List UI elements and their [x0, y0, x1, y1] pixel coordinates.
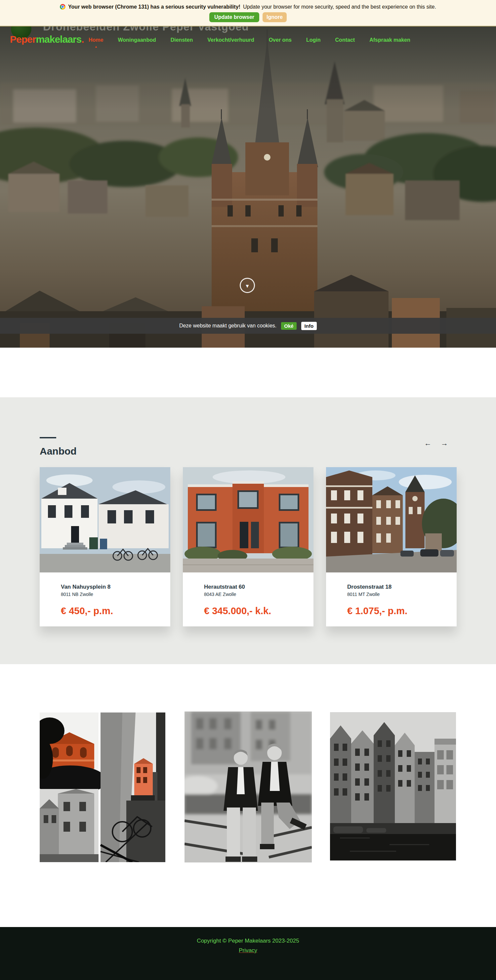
listing-cards: Van Nahuysplein 8 8011 NB Zwolle € 450,-… — [40, 467, 456, 627]
nav-item-woningaanbod[interactable]: Woningaanbod — [118, 37, 156, 43]
gallery-photo-canal-houses — [330, 712, 456, 861]
update-browser-button[interactable]: Update browser — [209, 12, 259, 22]
prev-arrow-icon[interactable]: ← — [424, 440, 431, 447]
listing-address: Van Nahuysplein 8 — [61, 584, 164, 590]
listing-card-drostenstraat[interactable]: Drostenstraat 18 8011 MT Zwolle € 1.075,… — [326, 467, 456, 627]
section-dash — [40, 437, 56, 438]
listing-card-herautstraat[interactable]: Herautstraat 60 8043 AE Zwolle € 345.000… — [183, 467, 314, 627]
site-header: Pepermakelaars. Home ▲ Woningaanbod Dien… — [0, 32, 496, 52]
banner-text: Your web browser (Chrome 131) has a seri… — [60, 4, 436, 10]
page: Dronebeelden Zwolle Peper Vastgoed Peper… — [0, 0, 496, 980]
nav-item-diensten[interactable]: Diensten — [171, 37, 193, 43]
main-nav: Home ▲ Woningaanbod Diensten Verkocht/ve… — [89, 37, 410, 43]
gallery-photo-team-portrait — [184, 711, 312, 862]
cookie-message: Deze website maakt gebruik van cookies. — [179, 323, 276, 329]
banner-bold-text: Your web browser (Chrome 131) has a seri… — [68, 4, 240, 10]
listing-photo-herautstraat — [183, 467, 314, 573]
logo-part-peper: Peper — [10, 34, 36, 45]
hero-section: Dronebeelden Zwolle Peper Vastgoed Peper… — [0, 0, 496, 348]
listing-postal: 8011 MT Zwolle — [347, 592, 450, 597]
cookie-ok-button[interactable]: Oké — [281, 322, 296, 330]
active-caret-icon: ▲ — [95, 45, 98, 48]
browser-update-banner: Your web browser (Chrome 131) has a seri… — [0, 0, 496, 27]
cookie-bar: Deze website maakt gebruik van cookies. … — [0, 318, 496, 334]
scroll-down-button[interactable]: ▼ — [240, 278, 255, 293]
next-arrow-icon[interactable]: → — [441, 440, 448, 447]
listing-price: € 450,- p.m. — [61, 606, 164, 616]
listing-info: Van Nahuysplein 8 8011 NB Zwolle € 450,-… — [40, 573, 170, 627]
listing-address: Herautstraat 60 — [204, 584, 307, 590]
aanbod-section: Aanbod ← → — [0, 397, 496, 664]
aanbod-title: Aanbod — [40, 445, 77, 457]
cookie-info-button[interactable]: Info — [301, 322, 317, 330]
banner-buttons: Update browser Ignore — [209, 12, 287, 22]
listing-photo-van-nahuysplein — [40, 467, 170, 573]
listing-price: € 345.000,- k.k. — [204, 606, 307, 616]
listing-postal: 8011 NB Zwolle — [61, 592, 164, 597]
nav-item-login[interactable]: Login — [306, 37, 321, 43]
ignore-button[interactable]: Ignore — [263, 12, 287, 22]
footer: Copyright © Peper Makelaars 2023-2025 Pr… — [0, 927, 496, 980]
logo-part-makelaars: makelaars — [36, 34, 81, 45]
listing-photo-drostenstraat — [326, 467, 456, 573]
footer-privacy-link[interactable]: Privacy — [239, 947, 257, 954]
nav-item-contact[interactable]: Contact — [335, 37, 355, 43]
gallery-photo-zwolle-collage — [40, 713, 165, 862]
listing-card-van-nahuysplein[interactable]: Van Nahuysplein 8 8011 NB Zwolle € 450,-… — [40, 467, 170, 627]
nav-item-home[interactable]: Home ▲ — [89, 37, 103, 43]
banner-normal-text: Update your browser for more security, s… — [243, 4, 436, 10]
nav-item-verkocht-verhuurd[interactable]: Verkocht/verhuurd — [207, 37, 254, 43]
listing-postal: 8043 AE Zwolle — [204, 592, 307, 597]
nav-item-afspraak-maken[interactable]: Afspraak maken — [369, 37, 410, 43]
listing-price: € 1.075,- p.m. — [347, 606, 450, 616]
footer-copyright: Copyright © Peper Makelaars 2023-2025 — [0, 938, 496, 944]
listing-info: Drostenstraat 18 8011 MT Zwolle € 1.075,… — [326, 573, 456, 627]
logo-dot: . — [81, 34, 84, 45]
scroll-down-icon: ▼ — [245, 283, 250, 288]
chrome-icon — [60, 4, 65, 10]
nav-item-over-ons[interactable]: Over ons — [269, 37, 292, 43]
listing-info: Herautstraat 60 8043 AE Zwolle € 345.000… — [183, 573, 314, 627]
listing-address: Drostenstraat 18 — [347, 584, 450, 590]
carousel-arrows: ← → — [424, 440, 448, 447]
logo[interactable]: Pepermakelaars. — [10, 34, 84, 45]
